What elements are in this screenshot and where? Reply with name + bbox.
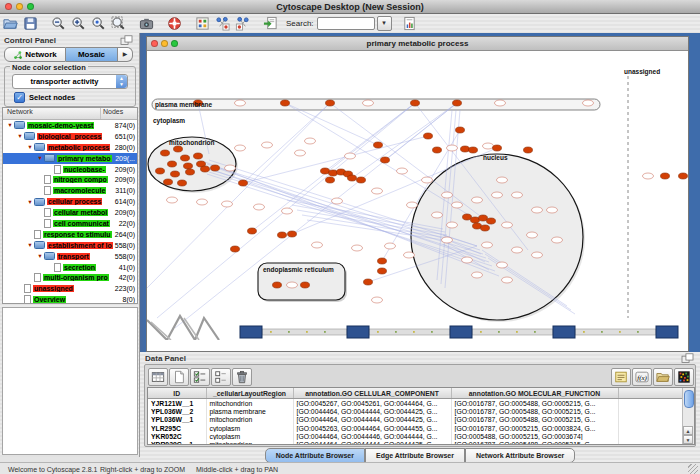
scrollbar-thumb[interactable]	[684, 390, 694, 408]
network-node-small[interactable]	[532, 207, 543, 213]
network-node-small[interactable]	[432, 212, 443, 218]
network-node[interactable]	[273, 282, 282, 288]
zoom-fit-icon[interactable]	[109, 15, 127, 32]
label-icon[interactable]	[611, 368, 631, 386]
network-node[interactable]	[231, 246, 240, 252]
tree-row[interactable]: ▼transport558(0)	[3, 251, 137, 262]
network-node[interactable]	[211, 165, 220, 171]
network-node[interactable]	[487, 218, 496, 224]
network-node[interactable]	[194, 153, 203, 159]
search-dropdown-button[interactable]: ▾	[377, 16, 392, 31]
expander-icon[interactable]: ▼	[26, 242, 34, 248]
network-node-small[interactable]	[397, 168, 408, 174]
open-icon[interactable]	[1, 15, 19, 32]
table-scrollbar[interactable]: ▲ ▼	[682, 388, 694, 444]
tree-row[interactable]: ▼establishment of lo558(0)	[3, 240, 137, 251]
network-node[interactable]	[239, 180, 248, 186]
network-node-small[interactable]	[497, 262, 508, 268]
matrix-browser-icon[interactable]	[674, 368, 694, 386]
help-icon[interactable]	[165, 15, 183, 32]
network-node-small[interactable]	[472, 197, 483, 203]
network-node-small[interactable]	[497, 177, 508, 183]
select-attributes-icon[interactable]	[190, 368, 210, 386]
network-node[interactable]	[473, 223, 482, 229]
network-node-small[interactable]	[492, 192, 503, 198]
network-node-small[interactable]	[404, 252, 415, 258]
network-node-small[interactable]	[305, 138, 316, 144]
formula-builder-icon[interactable]: f(x)	[632, 368, 652, 386]
import-table-icon[interactable]	[653, 368, 673, 386]
network-node-small[interactable]	[583, 100, 594, 106]
network-node-small[interactable]	[167, 197, 178, 203]
network-node-small[interactable]	[442, 192, 453, 198]
network-node[interactable]	[181, 155, 190, 161]
network-node[interactable]	[171, 171, 180, 177]
birdseye-view-panel[interactable]	[2, 307, 138, 455]
network-node-small[interactable]	[287, 282, 298, 288]
network-node[interactable]	[479, 215, 488, 221]
network-node[interactable]	[481, 225, 490, 231]
network-node[interactable]	[661, 173, 670, 179]
col-cellular-component[interactable]: annotation.GO CELLULAR_COMPONENT	[293, 388, 451, 399]
network-node[interactable]	[378, 268, 387, 274]
network-node-small[interactable]	[547, 207, 558, 213]
zoom-selected-icon[interactable]	[89, 15, 107, 32]
tree-row[interactable]: ▼mosaic-demo-yeast874(0)	[3, 120, 137, 131]
scroll-up-icon[interactable]: ▲	[683, 426, 693, 435]
network-node-small[interactable]	[363, 100, 374, 106]
network-node-small[interactable]	[352, 245, 363, 251]
network-node[interactable]	[184, 163, 193, 169]
network-node[interactable]	[453, 100, 462, 106]
network-node[interactable]	[329, 170, 338, 176]
network-node-small[interactable]	[312, 242, 323, 248]
network-node[interactable]	[248, 228, 257, 234]
network-node[interactable]	[174, 146, 183, 152]
network-node-small[interactable]	[552, 237, 563, 243]
network-node[interactable]	[378, 258, 387, 264]
tree-row[interactable]: ▼primary metabo209(...	[3, 153, 137, 164]
network-node[interactable]	[281, 100, 290, 106]
search-input[interactable]	[317, 17, 375, 30]
network-node[interactable]	[374, 142, 383, 148]
table-row[interactable]: YLR295Ccytoplasm[GO:0045263, GO:0044464,…	[148, 424, 684, 432]
tree-column-nodes[interactable]: Nodes	[100, 108, 137, 119]
table-row[interactable]: YKR052Ccytoplasm[GO:0044464, GO:0044446,…	[148, 432, 684, 440]
layout-edges-icon[interactable]	[233, 15, 251, 32]
network-node[interactable]	[461, 146, 470, 152]
graphics-details-icon[interactable]	[193, 15, 211, 32]
network-node-small[interactable]	[512, 247, 523, 253]
network-node-small[interactable]	[452, 202, 463, 208]
col-region[interactable]: _cellularLayoutRegion	[206, 388, 293, 399]
node-color-dropdown[interactable]: transporter activity ▲▼	[12, 74, 128, 89]
network-node-small[interactable]	[527, 232, 538, 238]
tree-row[interactable]: ▼cellular process614(0)	[3, 196, 137, 207]
network-node-small[interactable]	[532, 252, 543, 258]
tree-row[interactable]: secretion41(0)	[3, 262, 137, 273]
network-node-small[interactable]	[462, 257, 473, 263]
delete-attribute-icon[interactable]	[232, 368, 252, 386]
select-nodes-checkbox[interactable]: ✓	[14, 92, 25, 103]
table-row[interactable]: YJR121W__1mitochondrion[GO:0045267, GO:0…	[148, 399, 684, 408]
network-node-small[interactable]	[495, 100, 506, 106]
float-panel-icon[interactable]	[120, 35, 133, 46]
network-node[interactable]	[321, 168, 330, 174]
unselect-attributes-icon[interactable]	[211, 368, 231, 386]
network-node-small[interactable]	[332, 198, 343, 204]
col-molecular-function[interactable]: annotation.GO MOLECULAR_FUNCTION	[451, 388, 618, 399]
network-node[interactable]	[463, 214, 472, 220]
network-node-small[interactable]	[222, 201, 233, 207]
network-node-small[interactable]	[502, 277, 513, 283]
zoom-in-icon[interactable]	[69, 15, 87, 32]
tab-network-attribute-browser[interactable]: Network Attribute Browser	[465, 448, 575, 463]
attribute-table-icon[interactable]	[148, 368, 168, 386]
network-node-small[interactable]	[385, 243, 396, 249]
network-node-small[interactable]	[407, 202, 418, 208]
network-node[interactable]	[679, 173, 688, 179]
snapshot-icon[interactable]	[137, 15, 155, 32]
network-node[interactable]	[164, 179, 173, 185]
network-node-small[interactable]	[422, 177, 433, 183]
network-node[interactable]	[424, 133, 433, 139]
tree-row[interactable]: ▼biological_process651(0)	[3, 131, 137, 142]
network-node-small[interactable]	[483, 143, 494, 149]
tab-edge-attribute-browser[interactable]: Edge Attribute Browser	[365, 448, 465, 463]
